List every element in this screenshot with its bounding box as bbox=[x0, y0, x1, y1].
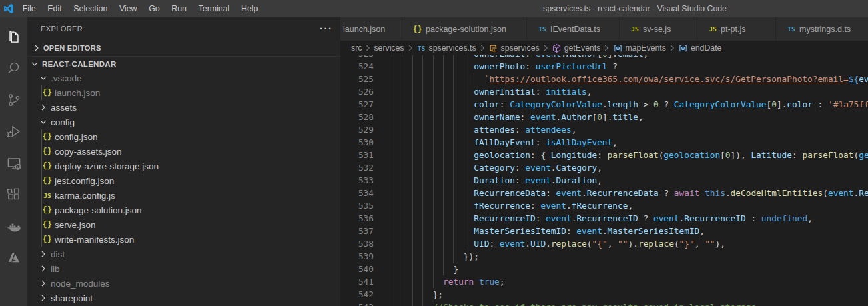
breadcrumb-src[interactable]: src bbox=[351, 43, 362, 53]
code-token: geolocation bbox=[859, 150, 868, 160]
activitybar-explorer[interactable] bbox=[0, 22, 27, 54]
code-token: RecurrenceData bbox=[474, 188, 546, 198]
code-token: . bbox=[561, 55, 566, 59]
activitybar-run-and-debug[interactable] bbox=[0, 117, 27, 149]
file-icon-ts: TS bbox=[537, 24, 548, 35]
menu-help[interactable]: Help bbox=[235, 0, 264, 17]
code-token: , bbox=[612, 137, 618, 147]
code-token: ]), bbox=[731, 150, 751, 160]
menu-go[interactable]: Go bbox=[143, 0, 165, 17]
menu-view[interactable]: View bbox=[113, 0, 143, 17]
symbol-field-icon bbox=[612, 43, 623, 53]
breadcrumb-spservices-ts[interactable]: TSspservices.ts bbox=[416, 43, 476, 53]
code-text: fRecurrence: event.fRecurrence, bbox=[474, 199, 633, 212]
tree-item-label: serve.json bbox=[55, 220, 96, 230]
code-text: RecurrenceData: event.RecurrenceData ? a… bbox=[474, 187, 868, 199]
activitybar-extensions[interactable] bbox=[0, 181, 27, 213]
tree-item-config-json[interactable]: {}config.json bbox=[27, 129, 340, 144]
indent-guides bbox=[392, 111, 464, 123]
tab-sv-se-js[interactable]: JSsv-se.js bbox=[620, 17, 697, 41]
code-token: , bbox=[608, 239, 618, 249]
tree-item-serve-json[interactable]: {}serve.json bbox=[27, 217, 340, 232]
tree-item-lib[interactable]: lib bbox=[27, 261, 340, 276]
code-token: : bbox=[489, 239, 499, 249]
breadcrumb-label: src bbox=[351, 43, 362, 53]
tree-item-dist[interactable]: dist bbox=[27, 247, 340, 261]
code-token: event bbox=[500, 239, 526, 249]
activitybar-docker[interactable] bbox=[0, 212, 27, 244]
breadcrumb-enddate[interactable]: endDate bbox=[678, 43, 722, 53]
source-control-icon bbox=[5, 91, 23, 111]
activitybar-source-control[interactable] bbox=[0, 85, 27, 117]
chevron-right-icon bbox=[38, 293, 49, 303]
code-token: : bbox=[525, 61, 535, 71]
open-editors-section[interactable]: OPEN EDITORS bbox=[27, 41, 340, 55]
azure-icon bbox=[5, 249, 23, 269]
indent-guides bbox=[392, 212, 464, 225]
line-number: 531 bbox=[340, 149, 374, 161]
menu-selection[interactable]: Selection bbox=[68, 0, 114, 17]
activitybar-search[interactable] bbox=[0, 54, 27, 86]
code-text: ownerName: event.Author[0].title, bbox=[474, 111, 643, 123]
tree-item-config[interactable]: config bbox=[27, 115, 340, 129]
code-token: }; bbox=[433, 289, 443, 299]
activitybar-remote-explorer[interactable] bbox=[0, 149, 27, 181]
code-token: RecurrenceID bbox=[474, 213, 535, 223]
tab-label: pt-pt.js bbox=[721, 25, 746, 34]
code-token: Author bbox=[566, 55, 597, 59]
breadcrumb-spservices[interactable]: spservices bbox=[488, 43, 540, 53]
menu-terminal[interactable]: Terminal bbox=[193, 0, 235, 17]
tree-item-karma-config-js[interactable]: JSkarma.config.js bbox=[27, 188, 340, 203]
code-text: ownerEmail: event.Author[0].email, bbox=[474, 55, 648, 60]
code-token: event bbox=[525, 163, 551, 173]
breadcrumb-services[interactable]: services bbox=[374, 43, 404, 53]
more-actions-icon[interactable]: ··· bbox=[320, 17, 333, 41]
tab-pt-pt-js[interactable]: JSpt-pt.js bbox=[697, 17, 776, 41]
code-token: RecurrenceData bbox=[859, 188, 868, 198]
code-token: : bbox=[515, 163, 525, 173]
tree-item-write-manifests-json[interactable]: {}write-manifests.json bbox=[27, 232, 340, 247]
tree-item-node-modules[interactable]: node_modules bbox=[27, 276, 340, 291]
code-token: attendes bbox=[474, 125, 515, 135]
breadcrumb-getevents[interactable]: getEvents bbox=[552, 43, 601, 53]
code-token: event bbox=[653, 213, 679, 223]
menu-file[interactable]: File bbox=[17, 0, 42, 17]
tree-item--vscode[interactable]: .vscode bbox=[27, 71, 340, 85]
workspace-root-folder[interactable]: REACT-CALENDAR bbox=[27, 56, 340, 71]
breadcrumb-separator-icon bbox=[363, 43, 372, 53]
code-token: ). bbox=[628, 239, 638, 249]
tree-item-package-solution-json[interactable]: {}package-solution.json bbox=[27, 203, 340, 217]
code-editor[interactable]: 523ownerEmail: event.Author[0].email,524… bbox=[340, 55, 868, 306]
tree-item-copy-assets-json[interactable]: {}copy-assets.json bbox=[27, 144, 340, 159]
tree-item-launch-json[interactable]: {}launch.json bbox=[27, 85, 340, 100]
tree-indent-guide bbox=[41, 173, 42, 188]
activitybar-azure[interactable] bbox=[0, 244, 27, 276]
tree-item-assets[interactable]: assets bbox=[27, 100, 340, 115]
code-token: true bbox=[479, 277, 500, 287]
code-line-532: 532Category: event.Category, bbox=[340, 161, 868, 174]
tab-ieventdata-ts[interactable]: TSIEventData.ts bbox=[527, 17, 620, 41]
code-token: , bbox=[597, 175, 602, 185]
tree-item-sharepoint[interactable]: sharepoint bbox=[27, 291, 340, 305]
code-token: : bbox=[525, 55, 535, 59]
tree-item-deploy-azure-storage-json[interactable]: {}deploy-azure-storage.json bbox=[27, 159, 340, 173]
code-token: : bbox=[536, 137, 546, 147]
tab-launch-json[interactable]: launch.json bbox=[340, 17, 402, 41]
menu-run[interactable]: Run bbox=[165, 0, 192, 17]
code-token: ]. bbox=[608, 55, 618, 59]
code-token: , bbox=[597, 163, 602, 173]
code-text: ownerInitial: initials, bbox=[474, 85, 592, 98]
tab-mystrings-d-ts[interactable]: TSmystrings.d.ts bbox=[776, 17, 868, 41]
file-icon-json: {} bbox=[42, 175, 53, 186]
menu-edit[interactable]: Edit bbox=[42, 0, 68, 17]
file-icon-json: {} bbox=[42, 161, 53, 171]
breadcrumb-mapevents[interactable]: mapEvents bbox=[612, 43, 666, 53]
file-icon-json: {} bbox=[42, 146, 53, 157]
code-token: : bbox=[792, 150, 802, 160]
code-token: userPictureUrl bbox=[536, 61, 608, 71]
code-token: , bbox=[587, 87, 592, 97]
tree-item-jest-config-json[interactable]: {}jest.config.json bbox=[27, 173, 340, 188]
indent-guides bbox=[392, 263, 444, 275]
tab-package-solution-json[interactable]: {}package-solution.json bbox=[402, 17, 527, 41]
code-text: MasterSeriesItemID: event.MasterSeriesIt… bbox=[474, 225, 705, 237]
